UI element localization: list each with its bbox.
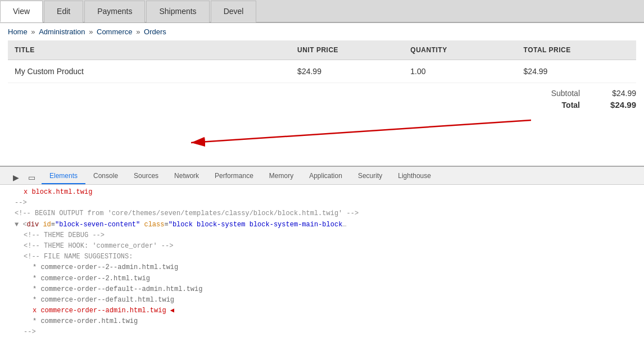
breadcrumb: Home » Administration » Commerce » Order…	[0, 23, 644, 40]
cell-quantity: 1.00	[403, 60, 516, 83]
subtotal-label: Subtotal	[541, 89, 580, 98]
devtools-tab-lighthouse[interactable]: Lighthouse	[390, 168, 439, 184]
device-icon[interactable]: ▭	[25, 171, 38, 184]
arrow-container	[0, 117, 644, 148]
devtools-tab-application[interactable]: Application	[301, 168, 350, 184]
total-label: Total	[541, 101, 580, 110]
subtotal-row: Subtotal $24.99	[8, 89, 636, 98]
breadcrumb-commerce[interactable]: Commerce	[97, 28, 133, 36]
devtools-tab-performance[interactable]: Performance	[207, 168, 261, 184]
devtools-tab-bar: ▶ ▭ Elements Console Sources Network Per…	[0, 167, 644, 185]
code-line-9: * commerce-order--2.html.twig	[6, 274, 638, 284]
subtotal-value: $24.99	[591, 89, 636, 98]
code-line-2: -->	[6, 198, 638, 208]
col-header-quantity: QUANTITY	[403, 40, 516, 60]
code-line-6: <!-- THEME HOOK: 'commerce_order' -->	[6, 241, 638, 252]
code-line-7: <!-- FILE NAME SUGGESTIONS:	[6, 252, 638, 262]
code-line-4: ▼ <div id="block-seven-content" class="b…	[6, 220, 638, 230]
col-header-unit-price: UNIT PRICE	[291, 40, 403, 60]
breadcrumb-orders[interactable]: Orders	[144, 28, 166, 36]
code-line-3: <!-- BEGIN OUTPUT from 'core/themes/seve…	[6, 208, 638, 219]
devtools-panel: ▶ ▭ Elements Console Sources Network Per…	[0, 166, 644, 337]
tab-edit[interactable]: Edit	[44, 1, 83, 22]
order-section: TITLE UNIT PRICE QUANTITY TOTAL PRICE My…	[0, 40, 644, 83]
code-line-8: * commerce-order--2--admin.html.twig	[6, 262, 638, 273]
annotation-arrow	[0, 117, 644, 148]
breadcrumb-admin[interactable]: Administration	[39, 28, 85, 36]
code-line-11: * commerce-order--default.html.twig	[6, 295, 638, 306]
tab-shipments[interactable]: Shipments	[146, 1, 209, 22]
code-line-10: * commerce-order--default--admin.html.tw…	[6, 284, 638, 295]
order-table: TITLE UNIT PRICE QUANTITY TOTAL PRICE My…	[8, 40, 636, 83]
code-line-14: -->	[6, 327, 638, 337]
code-line-12: x commerce-order--admin.html.twig ◀	[6, 306, 638, 316]
tab-payments[interactable]: Payments	[84, 1, 145, 22]
cell-title: My Custom Product	[8, 60, 291, 83]
cell-total-price: $24.99	[517, 60, 636, 83]
top-tab-bar: View Edit Payments Shipments Devel	[0, 0, 644, 23]
devtools-tab-elements[interactable]: Elements	[42, 168, 85, 184]
code-line-5: <!-- THEME DEBUG -->	[6, 230, 638, 241]
col-header-title: TITLE	[8, 40, 291, 60]
code-line-13: * commerce-order.html.twig	[6, 316, 638, 327]
devtools-tab-network[interactable]: Network	[166, 168, 207, 184]
tab-devel[interactable]: Devel	[211, 1, 257, 22]
table-row: My Custom Product $24.99 1.00 $24.99	[8, 60, 636, 83]
devtools-tab-security[interactable]: Security	[350, 168, 390, 184]
total-value: $24.99	[591, 100, 636, 110]
devtools-tab-sources[interactable]: Sources	[126, 168, 166, 184]
devtools-tab-console[interactable]: Console	[85, 168, 126, 184]
col-header-total-price: TOTAL PRICE	[517, 40, 636, 60]
breadcrumb-home[interactable]: Home	[8, 28, 28, 36]
devtools-tab-memory[interactable]: Memory	[261, 168, 301, 184]
devtools-code-area[interactable]: x block.html.twig --> <!-- BEGIN OUTPUT …	[0, 185, 644, 337]
cell-unit-price: $24.99	[291, 60, 403, 83]
inspect-icon[interactable]: ▶	[9, 171, 22, 184]
devtools-icon-group: ▶ ▭	[6, 171, 42, 184]
code-line-1: x block.html.twig	[6, 187, 638, 198]
svg-line-1	[191, 120, 531, 143]
tab-view[interactable]: View	[0, 1, 43, 22]
total-row: Total $24.99	[8, 100, 636, 110]
table-header-row: TITLE UNIT PRICE QUANTITY TOTAL PRICE	[8, 40, 636, 60]
totals-area: Subtotal $24.99 Total $24.99	[0, 83, 644, 117]
